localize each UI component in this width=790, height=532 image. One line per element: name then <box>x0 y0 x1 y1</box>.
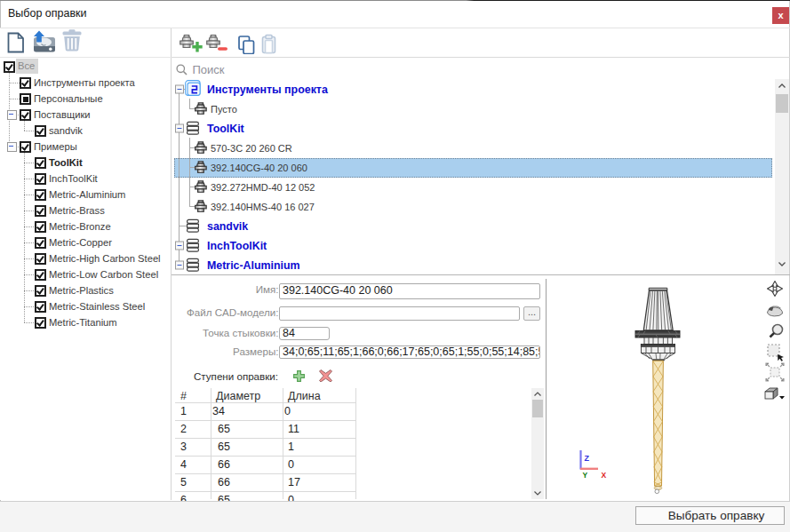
svg-text:Z: Z <box>585 454 590 463</box>
svg-text:Y: Y <box>583 471 588 480</box>
svg-text:X: X <box>602 471 607 480</box>
